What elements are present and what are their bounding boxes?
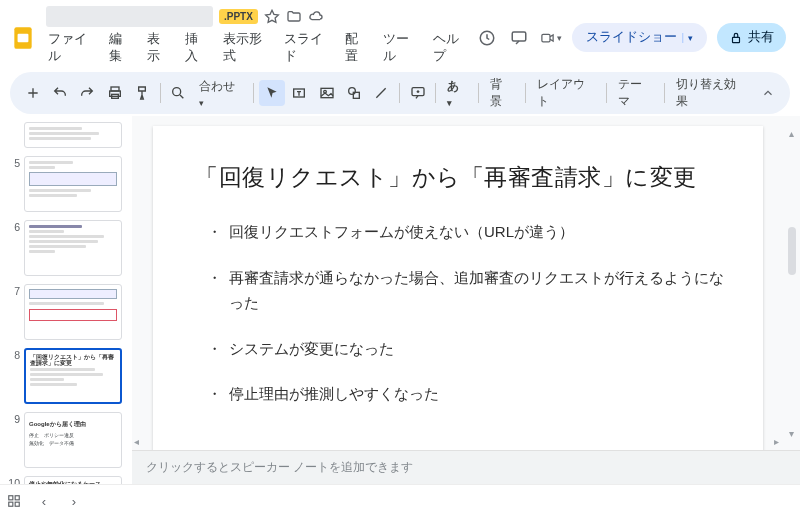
menu-format[interactable]: 表示形式 bbox=[223, 31, 270, 65]
separator bbox=[435, 83, 436, 103]
horizontal-scrollbar[interactable]: ◂ ▸ bbox=[132, 436, 786, 448]
app-root: .PPTX ファイル 編集 表示 挿入 表示形式 スライド 配置 ツー bbox=[0, 0, 800, 517]
svg-rect-2 bbox=[513, 32, 527, 41]
thumb-number: 8 bbox=[6, 348, 20, 361]
separator bbox=[664, 83, 665, 103]
share-button[interactable]: 共有 bbox=[717, 23, 786, 52]
transition-button[interactable]: 切り替え効果 bbox=[670, 76, 752, 110]
separator bbox=[399, 83, 400, 103]
history-icon[interactable] bbox=[476, 27, 498, 49]
svg-rect-3 bbox=[542, 34, 550, 42]
scroll-up-icon[interactable]: ▴ bbox=[786, 128, 796, 138]
meet-icon[interactable]: ▾ bbox=[540, 27, 562, 49]
header-actions: ▾ スライドショー|▾ 共有 bbox=[476, 23, 786, 52]
filmstrip[interactable]: 5 6 7 8 「回復リクエスト」から「再審査請求」に変更 9 Googleから… bbox=[0, 116, 132, 484]
slide-title[interactable]: 「回復リクエスト」から「再審査請求」に変更 bbox=[195, 162, 725, 193]
select-tool[interactable] bbox=[259, 80, 284, 106]
svg-rect-18 bbox=[15, 502, 19, 506]
slide-bullets[interactable]: 回復リクエストフォームが使えない（URLが違う） 再審査請求が通らなかった場合、… bbox=[195, 219, 725, 407]
svg-point-12 bbox=[349, 88, 356, 95]
undo-button[interactable] bbox=[47, 80, 72, 106]
cloud-status-icon[interactable] bbox=[308, 9, 324, 25]
background-button[interactable]: 背景 bbox=[484, 76, 519, 110]
slide-thumb-7[interactable] bbox=[24, 284, 122, 340]
menu-insert[interactable]: 挿入 bbox=[185, 31, 209, 65]
speaker-notes[interactable]: クリックするとスピーカー ノートを追加できます bbox=[132, 450, 800, 484]
pptx-badge: .PPTX bbox=[219, 9, 258, 24]
bullet-item[interactable]: 停止理由が推測しやすくなった bbox=[211, 381, 725, 407]
collapse-toolbar-icon[interactable] bbox=[756, 81, 779, 105]
menu-view[interactable]: 表示 bbox=[147, 31, 171, 65]
title-line: .PPTX bbox=[46, 6, 468, 27]
star-icon[interactable] bbox=[264, 9, 280, 25]
layout-button[interactable]: レイアウト bbox=[531, 76, 602, 110]
vertical-scrollbar[interactable]: ▴ ▾ bbox=[786, 128, 796, 438]
shape-tool[interactable] bbox=[341, 80, 366, 106]
slides-logo-icon[interactable] bbox=[8, 23, 38, 53]
separator bbox=[160, 83, 161, 103]
document-title[interactable] bbox=[46, 6, 213, 27]
scroll-right-icon[interactable]: ▸ bbox=[774, 436, 784, 446]
svg-rect-4 bbox=[733, 37, 740, 42]
thumb-number: 10 bbox=[6, 476, 20, 484]
slide-thumb-10[interactable]: 停止や無効化になるケース bbox=[24, 476, 122, 484]
slide-thumb-9[interactable]: Googleから届く理由停止 ポリシー違反無効化 データ不備 bbox=[24, 412, 122, 468]
input-tools-button[interactable]: あ ▾ bbox=[441, 78, 473, 109]
next-slide-icon[interactable]: › bbox=[66, 493, 82, 509]
lock-icon bbox=[729, 31, 743, 45]
bullet-item[interactable]: システムが変更になった bbox=[211, 336, 725, 362]
prev-slide-icon[interactable]: ‹ bbox=[36, 493, 52, 509]
menu-bar: ファイル 編集 表示 挿入 表示形式 スライド 配置 ツール ヘルプ bbox=[46, 29, 468, 69]
textbox-tool[interactable] bbox=[287, 80, 312, 106]
image-tool[interactable] bbox=[314, 80, 339, 106]
zoom-button[interactable] bbox=[166, 80, 191, 106]
bullet-item[interactable]: 回復リクエストフォームが使えない（URLが違う） bbox=[211, 219, 725, 245]
separator bbox=[606, 83, 607, 103]
thumb-row bbox=[6, 122, 130, 148]
main-area: 「回復リクエスト」から「再審査請求」に変更 回復リクエストフォームが使えない（U… bbox=[132, 116, 800, 484]
menu-arrange[interactable]: 配置 bbox=[345, 31, 369, 65]
canvas[interactable]: 「回復リクエスト」から「再審査請求」に変更 回復リクエストフォームが使えない（U… bbox=[132, 116, 800, 450]
print-button[interactable] bbox=[102, 80, 127, 106]
svg-point-8 bbox=[173, 88, 181, 96]
thumb-number: 5 bbox=[6, 156, 20, 169]
menu-tools[interactable]: ツール bbox=[383, 31, 419, 65]
paint-format-button[interactable] bbox=[129, 80, 154, 106]
redo-button[interactable] bbox=[75, 80, 100, 106]
slide-thumb-4[interactable] bbox=[24, 122, 122, 148]
new-slide-button[interactable] bbox=[20, 80, 45, 106]
svg-rect-1 bbox=[18, 33, 29, 42]
move-folder-icon[interactable] bbox=[286, 9, 302, 25]
slide-thumb-6[interactable] bbox=[24, 220, 122, 276]
title-bar: .PPTX ファイル 編集 表示 挿入 表示形式 スライド 配置 ツー bbox=[0, 0, 800, 69]
svg-rect-15 bbox=[9, 496, 13, 500]
slide-thumb-5[interactable] bbox=[24, 156, 122, 212]
theme-button[interactable]: テーマ bbox=[612, 76, 659, 110]
menu-slide[interactable]: スライド bbox=[284, 31, 331, 65]
separator bbox=[478, 83, 479, 103]
scroll-down-icon[interactable]: ▾ bbox=[786, 428, 796, 438]
thumb-number: 7 bbox=[6, 284, 20, 297]
scrollbar-thumb[interactable] bbox=[788, 227, 796, 275]
menu-file[interactable]: ファイル bbox=[48, 31, 95, 65]
toolbar: 合わせ ▾ あ ▾ 背景 レイアウト テーマ 切り替え効果 bbox=[10, 72, 790, 114]
body: 5 6 7 8 「回復リクエスト」から「再審査請求」に変更 9 Googleから… bbox=[0, 116, 800, 484]
menu-help[interactable]: ヘルプ bbox=[433, 31, 469, 65]
comment-tool[interactable] bbox=[405, 80, 430, 106]
thumb-number bbox=[6, 122, 20, 123]
slide-content[interactable]: 「回復リクエスト」から「再審査請求」に変更 回復リクエストフォームが使えない（U… bbox=[153, 126, 763, 476]
comments-icon[interactable] bbox=[508, 27, 530, 49]
separator bbox=[253, 83, 254, 103]
line-tool[interactable] bbox=[369, 80, 394, 106]
bullet-item[interactable]: 再審査請求が通らなかった場合、追加審査のリクエストが行えるようになった bbox=[211, 265, 725, 316]
zoom-fit-label[interactable]: 合わせ ▾ bbox=[193, 78, 248, 109]
menu-edit[interactable]: 編集 bbox=[109, 31, 133, 65]
thumb-number: 6 bbox=[6, 220, 20, 233]
slideshow-button[interactable]: スライドショー|▾ bbox=[572, 23, 707, 52]
scroll-left-icon[interactable]: ◂ bbox=[134, 436, 144, 446]
separator bbox=[525, 83, 526, 103]
slide-thumb-8-selected[interactable]: 「回復リクエスト」から「再審査請求」に変更 bbox=[24, 348, 122, 404]
title-area: .PPTX ファイル 編集 表示 挿入 表示形式 スライド 配置 ツー bbox=[46, 6, 468, 69]
grid-view-icon[interactable] bbox=[6, 493, 22, 509]
filmstrip-controls: ‹ › bbox=[0, 484, 800, 517]
